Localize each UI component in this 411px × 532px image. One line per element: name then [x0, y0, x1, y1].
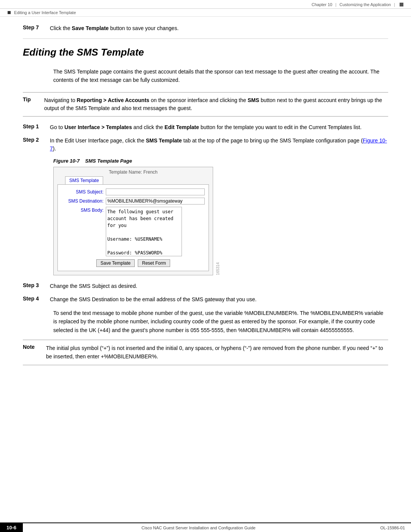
figure-number: Figure 10-7: [53, 158, 80, 164]
breadcrumb: Editing a User Interface Template: [0, 9, 411, 17]
step4-paragraph: To send the text message to mobile phone…: [53, 309, 388, 334]
step2-text: In the Edit User Interface page, click t…: [50, 137, 388, 153]
page-footer: 10-6 Cisco NAC Guest Server Installation…: [0, 522, 411, 532]
footer-center-text: Cisco NAC Guest Server Installation and …: [23, 524, 374, 532]
figure-link[interactable]: Figure 10-7: [50, 137, 387, 152]
chapter-label: Chapter 10: [312, 2, 332, 7]
tab-label: SMS Template: [69, 178, 99, 183]
step2-row: Step 2 In the Edit User Interface page, …: [23, 137, 388, 153]
step1-row: Step 1 Go to User Interface > Templates …: [23, 123, 388, 131]
note-label: Note: [23, 344, 40, 361]
sms-body-label: SMS Body:: [62, 207, 104, 213]
tip-label: Tip: [23, 96, 38, 112]
sms-body-textarea[interactable]: The following guest user account has bee…: [106, 207, 182, 256]
step7-row: Step 7 Click the Save Template button to…: [23, 24, 388, 39]
sms-subject-row: SMS Subject:: [62, 189, 205, 195]
sms-subject-input[interactable]: [106, 189, 205, 195]
form-buttons: Save Template Reset Form: [62, 259, 205, 267]
figure-title: SMS Template Page: [85, 158, 132, 164]
header-marker-icon: [400, 3, 403, 6]
note-box: Note The initial plus symbol (“+”) is no…: [23, 340, 388, 365]
footer-page-number: 10-6: [0, 523, 23, 532]
step7-text: Click the Save Template button to save y…: [50, 24, 178, 32]
step3-text: Change the SMS Subject as desired.: [50, 282, 137, 290]
reset-form-button[interactable]: Reset Form: [138, 259, 170, 267]
step4-row: Step 4 Change the SMS Destination to be …: [23, 296, 388, 304]
step2-label: Step 2: [23, 137, 44, 153]
main-content: Step 7 Click the Save Template button to…: [0, 17, 411, 395]
tip-box: Tip Navigating to Reporting > Active Acc…: [23, 92, 388, 117]
step7-label: Step 7: [23, 24, 44, 32]
step4-label: Step 4: [23, 296, 44, 304]
figure-block: Figure 10-7 SMS Template Page Template N…: [53, 158, 388, 275]
template-name-bar: Template Name: French: [54, 167, 213, 176]
figure-id: 165314: [216, 262, 220, 275]
sms-body-row: SMS Body: The following guest user accou…: [62, 207, 205, 256]
intro-paragraph: The SMS Template page contains the guest…: [53, 67, 388, 85]
footer-right-text: OL-15986-01: [374, 524, 411, 532]
chapter-title: Customizing the Application: [339, 2, 391, 7]
note-text: The initial plus symbol (“+”) is not ins…: [46, 344, 388, 361]
sms-form: SMS Subject: SMS Destination: SMS Body: …: [57, 184, 209, 271]
sms-template-tab[interactable]: SMS Template: [65, 176, 103, 184]
steps-section: Step 1 Go to User Interface > Templates …: [23, 123, 388, 365]
tip-text: Navigating to Reporting > Active Account…: [44, 96, 388, 112]
sms-destination-label: SMS Destination:: [62, 198, 104, 204]
sms-tab-row: SMS Template: [65, 176, 213, 184]
step4-text: Change the SMS Destination to be the ema…: [50, 296, 256, 304]
save-template-button[interactable]: Save Template: [96, 259, 135, 267]
header-right: Chapter 10 | Customizing the Application…: [312, 2, 403, 7]
breadcrumb-text: Editing a User Interface Template: [14, 10, 76, 15]
sms-template-figure: Template Name: French SMS Template SMS S…: [53, 167, 213, 275]
step3-label: Step 3: [23, 282, 44, 290]
sms-destination-row: SMS Destination:: [62, 198, 205, 204]
page-header: Chapter 10 | Customizing the Application…: [0, 0, 411, 9]
step3-row: Step 3 Change the SMS Subject as desired…: [23, 282, 388, 290]
sms-destination-input[interactable]: [106, 198, 205, 204]
step1-label: Step 1: [23, 123, 44, 131]
section-heading: Editing the SMS Template: [23, 46, 388, 61]
figure-caption: Figure 10-7 SMS Template Page: [53, 158, 388, 164]
step7-bold: Save Template: [72, 25, 109, 31]
sms-subject-label: SMS Subject:: [62, 189, 104, 195]
breadcrumb-icon: [8, 11, 11, 14]
step1-text: Go to User Interface > Templates and cli…: [50, 123, 362, 131]
